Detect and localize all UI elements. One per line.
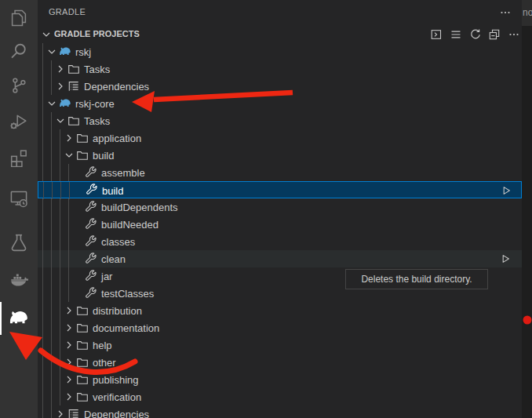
tree-item-clean-12[interactable]: clean <box>38 250 522 267</box>
tree-item-help-17[interactable]: help <box>38 336 522 354</box>
chevron-down-icon[interactable] <box>63 149 75 162</box>
indent-guide <box>60 285 60 302</box>
run-task-button[interactable] <box>499 253 512 265</box>
flat-list-view-button[interactable] <box>450 28 462 41</box>
chevron-down-icon[interactable] <box>46 97 58 110</box>
indent-guide <box>42 388 43 405</box>
tree-item-build-8[interactable]: build <box>38 181 522 198</box>
activity-bar-item-remote-explorer[interactable] <box>0 189 38 224</box>
chevron-right-icon[interactable] <box>63 356 75 369</box>
activity-bar-item-extensions[interactable] <box>0 148 38 183</box>
folder-icon <box>76 304 89 317</box>
chevron-right-icon[interactable] <box>63 304 75 317</box>
tree-item-other-18[interactable]: other <box>38 354 522 371</box>
task-icon <box>85 166 97 179</box>
tree-item-label: help <box>93 340 112 351</box>
indent-guide <box>52 182 53 199</box>
tree-item-label: build <box>93 150 114 162</box>
tree-item-verification-20[interactable]: verification <box>38 388 522 405</box>
dependencies-icon <box>67 80 80 93</box>
task-icon <box>85 235 97 248</box>
indent-guide <box>60 354 60 371</box>
indent-guide <box>51 319 52 336</box>
tree-item-build-6[interactable]: build <box>38 147 522 164</box>
tree-item-label: Tasks <box>84 64 110 75</box>
chevron-down-icon[interactable] <box>40 28 53 41</box>
run-task-button[interactable] <box>500 184 512 197</box>
chevron-right-icon[interactable] <box>54 408 67 418</box>
indent-guide <box>51 371 52 388</box>
tree-item-assemble-7[interactable]: assemble <box>38 164 522 181</box>
gradle-project-icon <box>59 45 71 58</box>
tree-item-publishing-19[interactable]: publishing <box>38 371 522 388</box>
indent-guide <box>51 216 52 233</box>
tree-item-distribution-15[interactable]: distribution <box>38 302 522 319</box>
gradle-elephant-icon <box>9 308 29 329</box>
indent-guide <box>51 164 52 181</box>
editor-area: no <box>522 0 532 418</box>
collapse-all-button[interactable] <box>488 28 501 41</box>
indent-guide <box>60 302 60 319</box>
editor-tab[interactable]: no <box>522 0 532 26</box>
indent-guide <box>51 198 52 216</box>
tree-item-application-5[interactable]: application <box>38 129 522 147</box>
tree-item-classes-11[interactable]: classes <box>38 233 522 250</box>
activity-bar-item-run-and-debug[interactable] <box>0 112 38 147</box>
activity-bar-item-search[interactable] <box>0 42 38 76</box>
tree-item-rskj-0[interactable]: rskj <box>38 43 522 60</box>
indent-guide <box>68 216 69 233</box>
indent-guide <box>60 388 60 405</box>
folder-icon <box>67 63 80 75</box>
tree-item-label: classes <box>101 236 135 248</box>
panel-more-button[interactable] <box>499 6 512 19</box>
indent-guide <box>60 233 60 250</box>
indent-guide <box>60 319 60 336</box>
indent-guide <box>42 302 43 319</box>
chevron-right-icon[interactable] <box>54 80 67 93</box>
tree-item-rskj-core-3[interactable]: rskj-core <box>38 95 522 112</box>
tree-item-dependencies-2[interactable]: Dependencies <box>38 78 522 95</box>
run-gradle-task-button[interactable] <box>430 28 443 41</box>
chevron-right-icon[interactable] <box>63 132 75 144</box>
folder-icon <box>76 373 89 386</box>
remote-explorer-icon <box>9 189 28 208</box>
tree-item-buildneeded-10[interactable]: buildNeeded <box>38 216 522 233</box>
indent-guide <box>51 336 52 354</box>
activity-bar-item-gradle[interactable] <box>0 308 38 343</box>
indent-guide <box>51 233 52 250</box>
more-actions-button[interactable] <box>508 28 520 41</box>
tree-item-documentation-16[interactable]: documentation <box>38 319 522 336</box>
tree-item-tasks-4[interactable]: Tasks <box>38 112 522 129</box>
indent-guide <box>51 250 52 267</box>
chevron-right-icon[interactable] <box>63 391 75 403</box>
chevron-down-icon[interactable] <box>46 45 58 58</box>
tree-item-label: Dependencies <box>84 409 149 418</box>
indent-guide <box>69 182 70 199</box>
tree-item-builddependents-9[interactable]: buildDependents <box>38 198 522 216</box>
task-icon <box>85 287 97 300</box>
chevron-right-icon[interactable] <box>54 63 67 75</box>
activity-bar-item-docker[interactable] <box>0 271 38 305</box>
chevron-right-icon[interactable] <box>63 339 75 351</box>
section-header-gradle-projects[interactable]: GRADLE PROJECTS <box>38 26 522 43</box>
indent-guide <box>42 43 43 60</box>
tree-item-label: other <box>93 357 116 369</box>
activity-bar-item-source-control[interactable] <box>0 76 38 111</box>
extensions-icon <box>9 148 28 167</box>
activity-bar-item-explorer[interactable] <box>0 9 38 43</box>
search-icon <box>9 42 28 60</box>
chevron-right-icon[interactable] <box>63 373 75 386</box>
activity-bar-item-testing[interactable] <box>0 233 38 267</box>
indent-guide <box>60 198 60 216</box>
chevron-right-icon[interactable] <box>63 322 75 334</box>
indent-guide <box>60 267 60 285</box>
chevron-down-icon[interactable] <box>54 114 67 127</box>
tree-item-dependencies-21[interactable]: Dependencies <box>38 405 522 418</box>
indent-guide <box>68 285 69 302</box>
tree-item-tasks-1[interactable]: Tasks <box>38 60 522 78</box>
tree-item-label: verification <box>93 391 141 403</box>
indent-guide <box>42 60 43 78</box>
refresh-button[interactable] <box>469 28 482 41</box>
folder-icon <box>76 356 89 369</box>
indent-guide <box>51 129 52 147</box>
